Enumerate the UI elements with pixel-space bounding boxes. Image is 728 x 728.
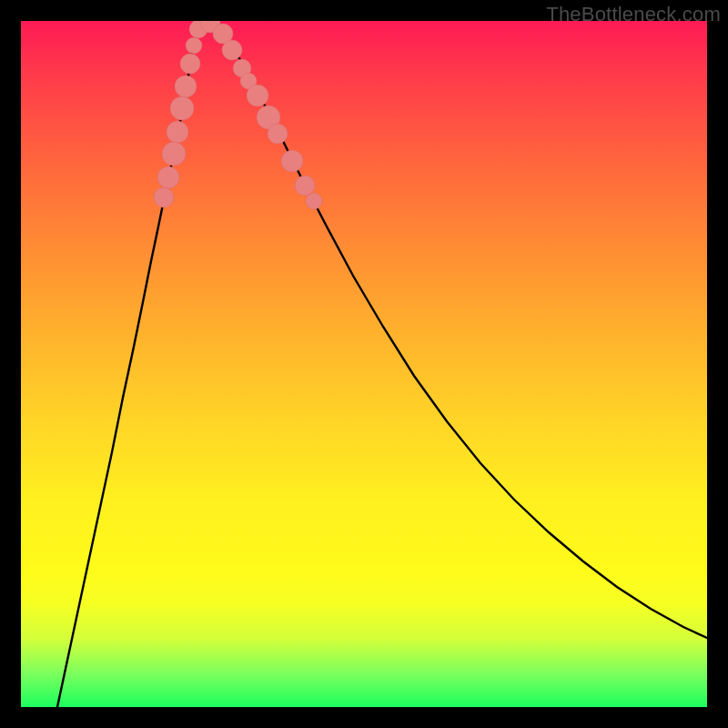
marker-dot (247, 85, 268, 106)
marker-dot (157, 167, 179, 188)
marker-dot (170, 96, 194, 120)
plot-area (21, 21, 707, 707)
marker-dot (306, 193, 322, 209)
chart-frame: TheBottleneck.com (0, 0, 728, 728)
marker-dot (175, 76, 197, 97)
marker-dot (167, 121, 188, 143)
watermark-text: TheBottleneck.com (546, 3, 721, 26)
marker-dot (186, 37, 202, 54)
data-markers (21, 21, 707, 707)
marker-dot (281, 150, 303, 172)
marker-dot (154, 187, 174, 207)
marker-dot (162, 142, 186, 166)
marker-dot (222, 40, 242, 60)
marker-dot (295, 176, 315, 196)
marker-dot (268, 124, 288, 144)
marker-dot (180, 54, 200, 74)
